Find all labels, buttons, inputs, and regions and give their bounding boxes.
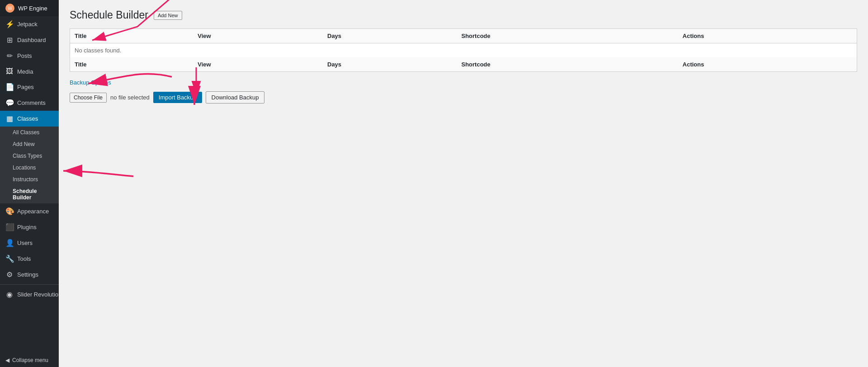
sidebar-item-dashboard[interactable]: ⊞ Dashboard: [0, 32, 59, 48]
col-actions-footer: Actions: [678, 57, 857, 72]
sidebar-item-media[interactable]: 🖼 Media: [0, 64, 59, 79]
no-file-text: no file selected: [110, 94, 150, 101]
sidebar-item-label: Dashboard: [17, 37, 46, 43]
backup-row: Choose File no file selected Import Back…: [70, 91, 857, 104]
classes-submenu: All Classes Add New Class Types Location…: [0, 127, 59, 203]
sidebar-item-label: Media: [17, 68, 33, 75]
submenu-schedule-builder[interactable]: Schedule Builder: [0, 185, 59, 203]
content-area: Schedule Builder Add New Title View Days…: [59, 0, 868, 367]
sidebar-item-slider-revolution[interactable]: ◉ Slider Revolution: [0, 287, 59, 302]
col-days-footer: Days: [323, 57, 457, 72]
plugins-icon: ⬛: [5, 223, 14, 231]
appearance-icon: 🎨: [5, 207, 14, 216]
tools-icon: 🔧: [5, 254, 14, 263]
jetpack-icon: ⚡: [5, 20, 14, 28]
sidebar-item-jetpack[interactable]: ⚡ Jetpack: [0, 16, 59, 32]
collapse-icon: ◀: [5, 357, 9, 363]
download-backup-button[interactable]: Download Backup: [206, 91, 265, 104]
sidebar-item-tools[interactable]: 🔧 Tools: [0, 251, 59, 267]
col-title-footer: Title: [70, 57, 193, 72]
collapse-menu[interactable]: ◀ Collapse menu: [0, 353, 59, 367]
submenu-add-new[interactable]: Add New: [0, 138, 59, 150]
dashboard-icon: ⊞: [5, 36, 14, 44]
sidebar-item-pages[interactable]: 📄 Pages: [0, 79, 59, 95]
sidebar-logo[interactable]: W WP Engine: [0, 0, 59, 16]
media-icon: 🖼: [5, 67, 14, 75]
sidebar-item-appearance[interactable]: 🎨 Appearance: [0, 203, 59, 219]
backup-options-link[interactable]: Backup Options: [70, 79, 111, 86]
sidebar: W WP Engine ⚡ Jetpack ⊞ Dashboard ✏ Post…: [0, 0, 59, 367]
backup-options-section: Backup Options Choose File no file selec…: [70, 79, 857, 104]
settings-icon: ⚙: [5, 270, 14, 279]
submenu-all-classes[interactable]: All Classes: [0, 127, 59, 138]
wp-engine-icon: W: [5, 4, 14, 13]
collapse-label: Collapse menu: [12, 357, 48, 363]
table-row: No classes found.: [70, 43, 857, 58]
sidebar-item-settings[interactable]: ⚙ Settings: [0, 267, 59, 282]
page-header: Schedule Builder Add New: [70, 9, 857, 21]
table-footer-row: Title View Days Shortcode Actions: [70, 57, 857, 72]
sidebar-item-plugins[interactable]: ⬛ Plugins: [0, 219, 59, 235]
sidebar-item-comments[interactable]: 💬 Comments: [0, 95, 59, 111]
pages-icon: 📄: [5, 83, 14, 91]
col-actions-header: Actions: [678, 29, 857, 43]
col-days-header: Days: [323, 29, 457, 43]
table-header-row: Title View Days Shortcode Actions: [70, 29, 857, 43]
sidebar-item-label: Plugins: [17, 224, 37, 231]
sidebar-item-classes[interactable]: ▦ Classes: [0, 111, 59, 127]
col-shortcode-header: Shortcode: [457, 29, 678, 43]
choose-file-button[interactable]: Choose File: [70, 93, 107, 103]
submenu-instructors[interactable]: Instructors: [0, 174, 59, 185]
sidebar-item-users[interactable]: 👤 Users: [0, 235, 59, 251]
annotation-arrow-import: [151, 58, 241, 149]
sidebar-logo-label: WP Engine: [18, 5, 47, 12]
col-shortcode-footer: Shortcode: [457, 57, 678, 72]
comments-icon: 💬: [5, 99, 14, 107]
users-icon: 👤: [5, 239, 14, 247]
posts-icon: ✏: [5, 52, 14, 60]
schedules-table: Title View Days Shortcode Actions No cla…: [70, 28, 857, 72]
sidebar-item-label: Settings: [17, 271, 38, 278]
col-title-header: Title: [70, 29, 193, 43]
sidebar-item-label: Pages: [17, 84, 34, 90]
page-title: Schedule Builder: [70, 9, 148, 21]
sidebar-item-label: Slider Revolution: [17, 291, 59, 298]
sidebar-item-label: Jetpack: [17, 21, 38, 28]
sidebar-item-label: Users: [17, 240, 33, 246]
sidebar-item-label: Classes: [17, 115, 38, 122]
classes-icon: ▦: [5, 114, 14, 123]
sidebar-divider: [0, 284, 59, 285]
no-classes-message: No classes found.: [70, 43, 857, 58]
slider-revolution-icon: ◉: [5, 290, 14, 299]
add-new-button[interactable]: Add New: [154, 11, 182, 20]
sidebar-item-label: Posts: [17, 52, 32, 59]
main-content: Schedule Builder Add New Title View Days…: [59, 0, 868, 367]
submenu-locations[interactable]: Locations: [0, 162, 59, 174]
sidebar-item-label: Appearance: [17, 208, 49, 215]
sidebar-item-posts[interactable]: ✏ Posts: [0, 48, 59, 64]
import-backup-button[interactable]: Import Backup: [153, 92, 202, 103]
sidebar-item-label: Comments: [17, 99, 46, 106]
sidebar-item-label: Tools: [17, 255, 31, 262]
submenu-class-types[interactable]: Class Types: [0, 150, 59, 162]
col-view-footer: View: [193, 57, 323, 72]
col-view-header: View: [193, 29, 323, 43]
